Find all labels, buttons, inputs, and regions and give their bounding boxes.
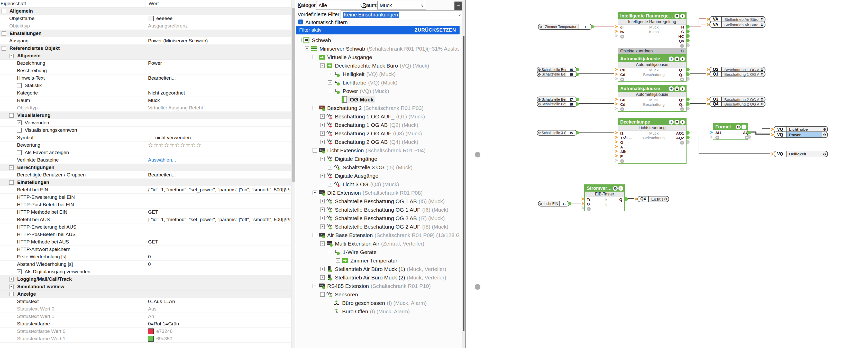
wire[interactable]	[628, 198, 634, 199]
group-expander-icon[interactable]: +	[9, 277, 13, 281]
color-swatch[interactable]	[148, 328, 154, 334]
input-nub-icon[interactable]	[615, 30, 618, 33]
property-row[interactable]: Statustextfarbe0=Rot 1=Grün	[0, 320, 291, 328]
tree-item[interactable]: −485RS485 Extension(Schaltschrank R01 P1…	[296, 282, 459, 290]
tree-expander-icon[interactable]: −	[320, 292, 324, 297]
wire[interactable]	[690, 103, 706, 104]
input-nub-icon[interactable]	[615, 145, 618, 148]
property-value[interactable]: GET	[145, 238, 291, 246]
output-connector[interactable]: VQHelligkeit⚙	[774, 151, 828, 157]
color-swatch[interactable]	[148, 336, 154, 342]
property-checkbox[interactable]: ✓	[17, 120, 22, 125]
tree-expander-icon[interactable]: +	[328, 182, 332, 186]
tree-item[interactable]: +Schaltstelle Beschattung OG 1 AB(I5) (M…	[296, 197, 459, 205]
input-nub-icon[interactable]	[615, 149, 618, 153]
properties-scrollbar-thumb[interactable]	[292, 8, 295, 182]
tree-item[interactable]: +Lichtfarbe(VQ) (Muck)	[296, 78, 459, 87]
property-row[interactable]: Statustext Wert 0Aus	[0, 305, 291, 313]
gear-icon[interactable]: ⚙	[759, 97, 765, 101]
filter-reset-button[interactable]: ZURÜCKSETZEN	[414, 27, 460, 33]
tree-item[interactable]: −Virtuelle Ausgänge	[296, 53, 459, 61]
automatisch-filtern-checkbox[interactable]: ✓	[298, 20, 303, 24]
property-value[interactable]	[145, 231, 291, 238]
info-icon[interactable]: i	[618, 186, 623, 191]
property-value[interactable]: Muck	[145, 97, 291, 104]
output-nub-icon[interactable]	[686, 72, 690, 76]
property-row[interactable]: ✓Verwenden	[0, 119, 291, 127]
raum-dropdown[interactable]: Muck∨	[377, 1, 426, 10]
property-value[interactable]: Power	[145, 60, 291, 67]
property-checkbox[interactable]	[17, 150, 22, 155]
tree-expander-icon[interactable]: +	[320, 199, 324, 203]
add-output-button[interactable]: +	[680, 107, 684, 111]
output-connector[interactable]: Q4Licht 3 OG⚙	[638, 196, 669, 202]
gear-icon[interactable]: ⚙	[759, 17, 765, 21]
property-row[interactable]: Verlinkte BausteineAuswählen...	[0, 156, 291, 164]
wire[interactable]	[699, 19, 699, 27]
property-group-row[interactable]: −Allgemein	[0, 52, 291, 60]
tree-expander-icon[interactable]: +	[328, 80, 332, 85]
group-expander-icon[interactable]: −	[2, 9, 6, 13]
info-icon[interactable]: i	[680, 57, 685, 61]
input-nub-icon[interactable]	[615, 102, 618, 106]
property-value[interactable]	[145, 201, 291, 208]
output-nub-icon[interactable]	[686, 39, 690, 42]
gear-icon[interactable]: ⚙	[675, 120, 679, 125]
group-expander-icon[interactable]: −	[9, 113, 13, 117]
property-row[interactable]: Beschreibung	[0, 67, 291, 74]
add-input-button[interactable]: +	[715, 136, 719, 139]
move-icon[interactable]: ✛	[669, 57, 674, 61]
property-value[interactable]: e73246	[145, 328, 291, 335]
input-connector[interactable]: ⚙Licht EINC	[538, 201, 569, 207]
output-nub-icon[interactable]	[686, 25, 690, 29]
gear-icon[interactable]: ⚙	[538, 25, 543, 29]
color-swatch[interactable]	[148, 16, 154, 21]
tree-item[interactable]: −Multi Extension Air(Zentral, Verteiler)	[296, 239, 459, 248]
gear-icon[interactable]: ⚙	[537, 98, 541, 101]
wire[interactable]	[762, 129, 770, 129]
tree-expander-icon[interactable]: +	[320, 224, 324, 229]
tree-scrollbar[interactable]	[462, 0, 465, 348]
input-connector[interactable]: ⚙Zimmer TemperaturT	[538, 24, 592, 30]
input-nub-icon[interactable]	[615, 25, 618, 28]
property-value[interactable]: Auswählen...	[145, 156, 291, 164]
property-group-row[interactable]: −Einstellungen	[0, 30, 291, 37]
property-row[interactable]: BezeichnungPower	[0, 60, 291, 67]
property-group-row[interactable]: −Berechtigungen	[0, 164, 291, 171]
add-input-button[interactable]: +	[587, 207, 591, 211]
property-value[interactable]: 0=Rot 1=Grün	[145, 320, 291, 327]
collapse-all-button[interactable]: −	[455, 2, 463, 10]
function-block[interactable]: Deckenlampe✛⚙iLichtsteuerungI1MuckAQ1T5/…	[618, 118, 686, 164]
tree-item[interactable]: Büro geschlossen(I) (Muck, Alarm)	[296, 299, 459, 307]
property-group-row[interactable]: −Referenziertes Objekt	[0, 45, 291, 52]
input-nub-icon[interactable]	[615, 154, 618, 158]
tree-expander-icon[interactable]: +	[320, 140, 324, 144]
input-nub-icon[interactable]	[710, 135, 713, 139]
property-value[interactable]	[145, 67, 291, 74]
tree-item[interactable]: −Digitale Eingänge	[296, 154, 459, 163]
tree-expander-icon[interactable]: +	[320, 123, 324, 127]
tree-expander-icon[interactable]: −	[320, 63, 324, 68]
info-icon[interactable]: i	[680, 13, 685, 19]
tree-item[interactable]: +Schaltstelle Beschattung OG 2 AUF(I8) (…	[296, 222, 459, 231]
input-connector[interactable]: ⚙Schaltstelle Beschat...I8	[537, 101, 577, 107]
tree-item[interactable]: −Schwab	[296, 36, 459, 44]
property-row[interactable]: Abstand Wiederholung [s]0	[0, 261, 291, 268]
output-connector[interactable]: Q1Beschattung 1 OG A...⚙	[709, 71, 766, 77]
add-output-button[interactable]: +	[680, 44, 684, 48]
property-value[interactable]	[145, 246, 291, 253]
output-connector[interactable]: VAStellantrieb Air Büro...⚙	[709, 22, 766, 28]
add-input-button[interactable]: +	[620, 159, 624, 163]
tree-item[interactable]: +Stellantrieb Air Büro Muck (1)(Muck, Ve…	[296, 265, 459, 273]
tree-expander-icon[interactable]: −	[320, 174, 324, 178]
tree-item[interactable]: +Zimmer Temperatur	[296, 256, 459, 265]
property-row[interactable]: Befehl bei AUS{ "id": 1, "method": "set_…	[0, 216, 291, 223]
output-nub-icon[interactable]	[686, 34, 690, 38]
input-nub-icon[interactable]	[710, 131, 713, 134]
gear-icon[interactable]: ⚙	[537, 72, 541, 76]
property-row[interactable]: RaumMuck	[0, 97, 291, 104]
property-row[interactable]: ✓Als Digitalausgang verwenden	[0, 268, 291, 276]
wire[interactable]	[690, 132, 709, 132]
tree-expander-icon[interactable]: −	[305, 46, 309, 51]
add-input-button[interactable]: +	[620, 107, 624, 111]
